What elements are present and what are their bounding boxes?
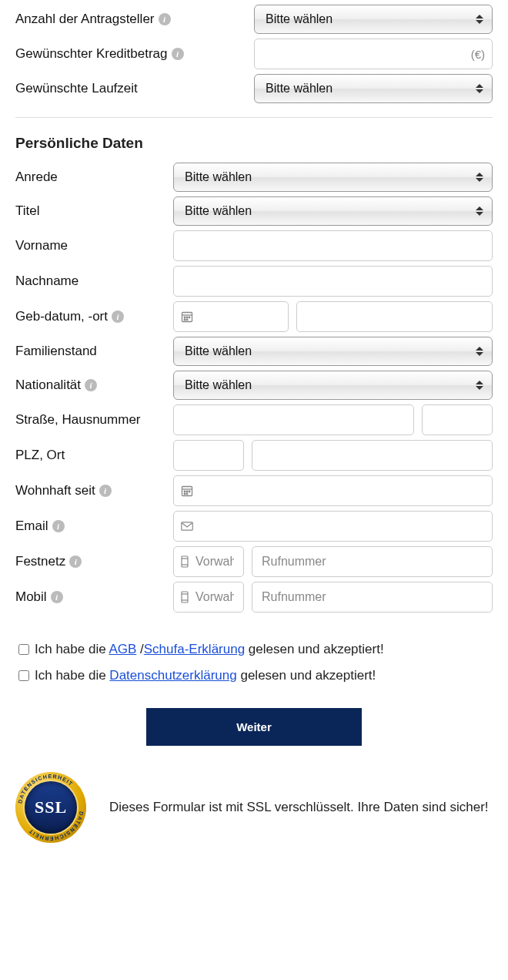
firstname-input[interactable] [173,230,493,261]
email-label: Email [15,519,48,534]
svg-point-9 [184,491,185,492]
term-select[interactable]: Bitte wählen [254,74,493,103]
agb-checkbox[interactable] [18,644,29,655]
phone-icon [181,555,189,568]
schufa-link[interactable]: Schufa-Erklärung [144,642,245,656]
term-select-value: Bitte wählen [266,82,333,96]
salutation-label: Anrede [15,169,58,185]
svg-point-10 [186,491,188,492]
applicants-select[interactable]: Bitte wählen [254,5,493,34]
birthplace-input[interactable] [296,301,493,332]
nationality-select-value: Bitte wählen [185,378,252,392]
city-input[interactable] [252,440,493,471]
firstname-label: Vorname [15,238,68,253]
resident-label: Wohnhaft seit [15,483,95,498]
plz-input[interactable] [173,440,244,471]
title-label: Titel [15,203,40,219]
privacy-link[interactable]: Datenschutzerklärung [109,668,236,683]
amount-label: Gewünschter Kreditbetrag [15,46,168,62]
info-icon[interactable]: i [112,310,124,323]
title-select-value: Bitte wählen [185,204,252,218]
svg-point-12 [184,493,185,495]
personal-heading: Persönliche Daten [15,135,493,152]
ssl-badge-text: SSL [25,781,77,834]
marital-select[interactable]: Bitte wählen [173,337,493,366]
marital-label: Familienstand [15,344,97,359]
street-input[interactable] [173,404,414,435]
info-icon[interactable]: i [85,379,97,391]
svg-point-5 [184,319,185,321]
chevron-updown-icon [476,173,483,182]
svg-rect-15 [182,556,188,567]
svg-rect-18 [182,592,188,602]
plz-label: PLZ, Ort [15,448,65,463]
lastname-label: Nachname [15,274,79,289]
applicants-select-value: Bitte wählen [266,12,333,26]
calendar-icon [181,310,193,323]
info-icon[interactable]: i [51,591,63,603]
svg-point-13 [186,493,188,495]
phone-icon [181,591,189,603]
svg-point-11 [189,491,190,492]
chevron-updown-icon [476,206,483,216]
agb-link[interactable]: AGB [109,642,136,656]
svg-point-4 [189,317,190,318]
housenumber-input[interactable] [422,404,493,435]
landline-number-input[interactable] [252,546,493,577]
submit-button[interactable]: Weiter [146,708,362,746]
term-label: Gewünschte Laufzeit [15,81,138,96]
info-icon[interactable]: i [69,555,82,568]
chevron-updown-icon [476,381,483,390]
currency-suffix: (€) [471,48,485,61]
info-icon[interactable]: i [172,48,184,60]
birth-label: Geb-datum, -ort [15,309,108,324]
svg-point-3 [186,317,188,318]
info-icon[interactable]: i [159,13,171,25]
info-icon[interactable]: i [99,485,112,497]
amount-input[interactable] [254,39,493,69]
consent-text: Ich habe die AGB /Schufa-Erklärung geles… [35,642,384,657]
chevron-updown-icon [476,84,483,93]
lastname-input[interactable] [173,266,493,297]
nationality-select[interactable]: Bitte wählen [173,371,493,400]
privacy-checkbox[interactable] [18,670,29,681]
resident-since-input[interactable] [173,475,493,506]
svg-point-6 [186,319,188,321]
title-select[interactable]: Bitte wählen [173,196,493,226]
nationality-label: Nationalität [15,378,81,393]
salutation-select-value: Bitte wählen [185,170,252,184]
chevron-updown-icon [476,15,483,24]
svg-point-2 [184,317,185,318]
email-input[interactable] [173,511,493,542]
landline-label: Festnetz [15,554,65,569]
marital-select-value: Bitte wählen [185,344,252,358]
mobile-label: Mobil [15,589,47,605]
divider [15,117,493,118]
ssl-message: Dieses Formular ist mit SSL verschlüssel… [109,798,489,817]
applicants-label: Anzahl der Antragsteller [15,12,155,27]
salutation-select[interactable]: Bitte wählen [173,163,493,192]
consent-text: Ich habe die Datenschutzerklärung gelese… [35,668,376,683]
info-icon[interactable]: i [52,520,65,532]
chevron-updown-icon [476,347,483,356]
calendar-icon [181,485,193,497]
ssl-badge: DATENSICHERHEIT DATENSICHERHEIT SSL [15,772,86,843]
street-label: Straße, Hausnummer [15,412,141,428]
mobile-number-input[interactable] [252,582,493,612]
mail-icon [181,522,193,531]
